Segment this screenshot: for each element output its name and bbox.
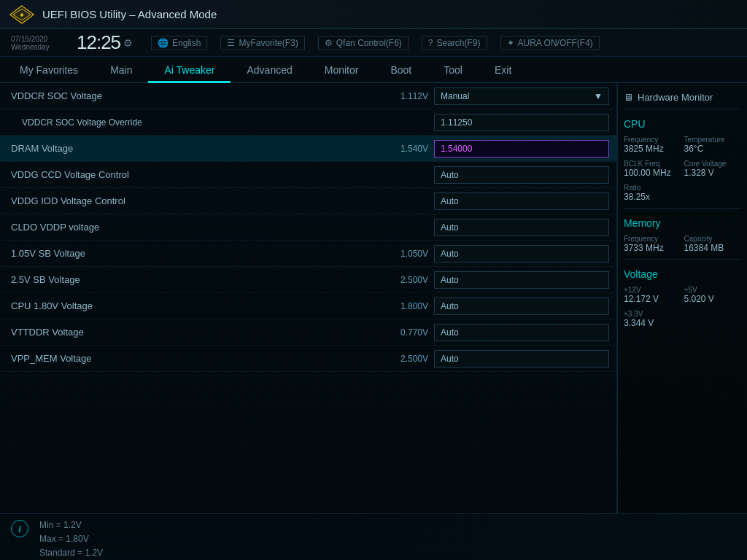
vttddr-input[interactable]: Auto [434, 324, 609, 341]
cpu-temperature-value: 36°C [684, 144, 742, 154]
memory-section: Memory Frequency 3733 MHz Capacity 16384… [624, 217, 741, 253]
memory-section-title: Memory [624, 217, 741, 229]
left-panel: VDDCR SOC Voltage 1.112V Manual ▼ VDDCR … [0, 83, 617, 513]
table-row: VDDCR SOC Voltage Override 1.11250 [0, 109, 616, 136]
v12-group: +12V 12.172 V [624, 286, 681, 304]
voltage-section: Voltage +12V 12.172 V +5V 5.020 V +3.3V … [624, 268, 741, 328]
table-row: 2.5V SB Voltage 2.500V Auto [0, 267, 616, 293]
monitor-icon: 🖥 [624, 92, 633, 103]
setting-control[interactable]: Manual ▼ [434, 88, 609, 105]
settings-gear-icon[interactable]: ⚙ [123, 37, 133, 49]
table-row: VDDG IOD Voltage Control Auto [0, 188, 616, 214]
search-label: Search(F9) [437, 38, 481, 48]
hw-monitor-label: Hardware Monitor [638, 92, 713, 103]
cpu-frequency-label: Frequency [624, 136, 681, 144]
svg-text:✦: ✦ [19, 12, 25, 19]
setting-name: VDDG IOD Voltage Control [0, 192, 383, 209]
info-min: Min = 1.2V [39, 518, 116, 532]
aura-button[interactable]: ✦ AURA ON/OFF(F4) [500, 36, 600, 50]
language-button[interactable]: 🌐 English [151, 36, 207, 50]
memory-capacity-label: Capacity [684, 235, 742, 243]
qfan-label: Qfan Control(F6) [336, 38, 402, 48]
header-title: UEFI BIOS Utility – Advanced Mode [42, 8, 217, 20]
cpu-core-voltage-group: Core Voltage 1.328 V [684, 160, 742, 178]
setting-control[interactable]: Auto [434, 219, 609, 236]
info-max: Max = 1.80V [39, 532, 116, 546]
cpu-core-voltage-value: 1.328 V [684, 168, 742, 178]
dropdown-arrow-icon: ▼ [594, 91, 603, 101]
sb25-input[interactable]: Auto [434, 271, 609, 289]
cpu-temperature-group: Temperature 36°C [684, 136, 742, 154]
cpu180-input[interactable]: Auto [434, 298, 609, 315]
header-left: ✦ UEFI BIOS Utility – Advanced Mode [7, 3, 217, 26]
datetime-bar: 07/15/2020 Wednesday 12:25 ⚙ 🌐 English ☰… [0, 29, 747, 57]
memory-frequency-group: Frequency 3733 MHz [624, 235, 681, 253]
setting-value: 1.112V [383, 91, 434, 101]
setting-name: VDDCR SOC Voltage [0, 88, 383, 104]
tab-monitor[interactable]: Monitor [309, 58, 375, 83]
vddg-ccd-input[interactable]: Auto [434, 166, 609, 184]
setting-control[interactable]: Auto [434, 166, 609, 184]
qfan-button[interactable]: ⚙ Qfan Control(F6) [318, 36, 409, 50]
search-button[interactable]: ? Search(F9) [422, 36, 487, 50]
table-row: CLDO VDDP voltage Auto [0, 214, 616, 241]
bottom-info: i Min = 1.2V Max = 1.80V Standard = 1.2V… [0, 513, 747, 560]
datetime-left: 07/15/2020 Wednesday [11, 35, 66, 51]
tab-aitweaker[interactable]: Ai Tweaker [148, 58, 231, 83]
setting-control[interactable]: 1.54000 [434, 140, 609, 158]
setting-name: CPU 1.80V Voltage [0, 298, 383, 314]
vddg-iod-input[interactable]: Auto [434, 192, 609, 210]
header: ✦ UEFI BIOS Utility – Advanced Mode [0, 0, 747, 29]
myfavorite-button[interactable]: ☰ MyFavorite(F3) [220, 36, 304, 50]
setting-control[interactable]: Auto [434, 245, 609, 262]
dropdown-value: Manual [441, 91, 469, 101]
day-display: Wednesday [11, 43, 66, 51]
setting-value: 1.050V [383, 249, 434, 259]
favorite-icon: ☰ [227, 38, 235, 48]
v12-value: 12.172 V [624, 294, 681, 304]
asus-logo: ✦ [7, 3, 36, 26]
dram-voltage-input[interactable]: 1.54000 [434, 140, 609, 158]
tab-advanced[interactable]: Advanced [231, 58, 308, 83]
tab-tool[interactable]: Tool [427, 58, 479, 83]
cpu-memory-divider [624, 208, 741, 209]
setting-value: 2.500V [383, 354, 434, 364]
cldo-input[interactable]: Auto [434, 219, 609, 236]
setting-name: VDDCR SOC Voltage Override [0, 114, 383, 131]
tab-exit[interactable]: Exit [479, 58, 527, 83]
cpu-ratio-label: Ratio [624, 184, 681, 192]
memory-capacity-group: Capacity 16384 MB [684, 235, 742, 253]
v33-group: +3.3V 3.344 V [624, 310, 681, 328]
tab-main[interactable]: Main [94, 58, 148, 83]
memory-frequency-label: Frequency [624, 235, 681, 243]
setting-control[interactable]: Auto [434, 298, 609, 315]
v5-value: 5.020 V [684, 294, 742, 304]
setting-value: 1.540V [383, 144, 434, 154]
right-panel: 🖥 Hardware Monitor CPU Frequency 3825 MH… [617, 83, 747, 513]
sb105-input[interactable]: Auto [434, 245, 609, 262]
tab-favorites[interactable]: My Favorites [4, 58, 94, 83]
voltage-input[interactable]: 1.11250 [434, 114, 609, 131]
voltage-dropdown[interactable]: Manual ▼ [434, 88, 609, 105]
setting-control[interactable]: Auto [434, 350, 609, 368]
table-row: VTTDDR Voltage 0.770V Auto [0, 319, 616, 346]
setting-control[interactable]: Auto [434, 271, 609, 289]
aura-icon: ✦ [507, 38, 514, 48]
setting-control[interactable]: Auto [434, 324, 609, 341]
setting-control[interactable]: Auto [434, 192, 609, 210]
tab-boot[interactable]: Boot [374, 58, 427, 83]
setting-value: 0.770V [383, 327, 434, 338]
table-row: VDDG CCD Voltage Control Auto [0, 162, 616, 188]
table-row[interactable]: DRAM Voltage 1.540V 1.54000 [0, 136, 616, 162]
vppmem-input[interactable]: Auto [434, 350, 609, 368]
memory-grid: Frequency 3733 MHz Capacity 16384 MB [624, 235, 741, 253]
cpu-bclk-group: BCLK Freq 100.00 MHz [624, 160, 681, 178]
info-text: Min = 1.2V Max = 1.80V Standard = 1.2V I… [39, 518, 116, 560]
info-standard: Standard = 1.2V [39, 546, 116, 560]
setting-name: 1.05V SB Voltage [0, 245, 383, 262]
setting-value: 1.800V [383, 301, 434, 311]
voltage-section-title: Voltage [624, 268, 741, 280]
setting-control[interactable]: 1.11250 [434, 114, 609, 131]
setting-name: VDDG CCD Voltage Control [0, 166, 383, 183]
v33-value: 3.344 V [624, 318, 681, 328]
